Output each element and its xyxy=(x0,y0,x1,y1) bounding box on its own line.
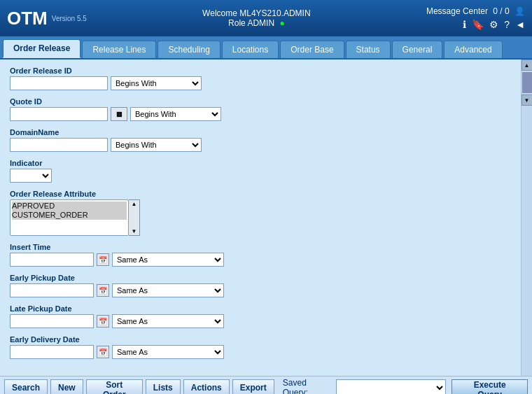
early-pickup-date-label: Early Pickup Date xyxy=(10,274,511,282)
attribute-list[interactable]: APPROVED CUSTOMER_ORDER xyxy=(10,199,129,236)
quote-id-input[interactable] xyxy=(10,107,108,121)
early-pickup-calendar-icon[interactable]: 📅 xyxy=(97,284,109,297)
quote-id-group: Quote ID ▦ Begins With Ends With Contain… xyxy=(10,97,511,121)
back-icon[interactable]: ◄ xyxy=(515,19,525,30)
late-pickup-calendar-icon[interactable]: 📅 xyxy=(97,315,109,328)
order-release-id-row: Begins With Ends With Contains Equals xyxy=(10,76,511,90)
tab-release-lines[interactable]: Release Lines xyxy=(82,41,156,58)
saved-query-select[interactable] xyxy=(336,379,446,395)
settings-icon[interactable]: ⚙ xyxy=(489,19,498,30)
app-version: Version 5.5 xyxy=(52,15,87,22)
quote-id-row: ▦ Begins With Ends With Contains Equals xyxy=(10,107,511,121)
search-button[interactable]: Search xyxy=(4,379,48,395)
order-release-id-operator[interactable]: Begins With Ends With Contains Equals xyxy=(111,76,202,90)
quote-id-label: Quote ID xyxy=(10,97,511,106)
tab-scheduling[interactable]: Scheduling xyxy=(158,41,220,58)
footer: Search New Sort Order Lists Actions Expo… xyxy=(0,376,532,394)
bookmark-icon[interactable]: 🔖 xyxy=(472,19,484,30)
order-release-attribute-group: Order Release Attribute APPROVED CUSTOME… xyxy=(10,190,511,236)
tab-bar: Order Release Release Lines Scheduling L… xyxy=(0,36,532,59)
sort-order-button[interactable]: Sort Order xyxy=(86,379,143,395)
header-icons: ℹ 🔖 ⚙ ? ◄ xyxy=(463,19,525,30)
message-center-icon[interactable]: 👤 xyxy=(514,6,525,16)
tab-advanced[interactable]: Advanced xyxy=(444,41,502,58)
attr-option-approved[interactable]: APPROVED xyxy=(12,202,127,211)
header: OTM Version 5.5 Welcome ML4YS210.ADMIN R… xyxy=(0,0,532,36)
early-pickup-date-operator[interactable]: Same As Before After Between xyxy=(112,283,224,297)
order-release-id-input[interactable] xyxy=(10,76,108,90)
early-delivery-date-operator[interactable]: Same As Before After Between xyxy=(112,345,224,359)
domain-name-label: DomainName xyxy=(10,128,511,136)
header-left: OTM Version 5.5 xyxy=(7,8,87,29)
tab-status[interactable]: Status xyxy=(346,41,391,58)
attr-option-customer-order[interactable]: CUSTOMER_ORDER xyxy=(12,211,127,220)
indicator-select[interactable]: Y N xyxy=(10,169,52,183)
early-pickup-date-row: 📅 Same As Before After Between xyxy=(10,283,511,297)
role-text: Role ADMIN ● xyxy=(202,18,311,28)
attr-scroll-up-icon[interactable]: ▲ xyxy=(131,200,138,208)
early-delivery-date-label: Early Delivery Date xyxy=(10,335,511,344)
scroll-down-button[interactable]: ▼ xyxy=(522,94,533,106)
attr-scroll-down-icon[interactable]: ▼ xyxy=(131,227,138,235)
saved-query-label: Saved Query: xyxy=(283,378,333,395)
indicator-label: Indicator xyxy=(10,159,511,167)
actions-button[interactable]: Actions xyxy=(183,379,230,395)
vertical-scrollbar[interactable]: ▲ ▼ xyxy=(521,59,532,376)
scroll-up-button[interactable]: ▲ xyxy=(522,59,533,71)
insert-time-group: Insert Time 📅 Same As Before After Betwe… xyxy=(10,243,511,267)
domain-name-operator[interactable]: Begins With Ends With Contains Equals xyxy=(111,138,202,152)
help-icon[interactable]: ? xyxy=(504,19,510,30)
message-center: Message Center 0 / 0 👤 xyxy=(426,6,525,16)
attribute-list-container: APPROVED CUSTOMER_ORDER ▲ ▼ xyxy=(10,199,511,236)
insert-time-calendar-icon[interactable]: 📅 xyxy=(97,253,109,266)
lookup-icon[interactable]: ▦ xyxy=(111,107,127,121)
app-logo: OTM xyxy=(7,8,48,29)
insert-time-input[interactable] xyxy=(10,253,94,267)
early-pickup-date-input[interactable] xyxy=(10,283,94,297)
insert-time-operator[interactable]: Same As Before After Between xyxy=(112,253,224,267)
tab-general[interactable]: General xyxy=(392,41,443,58)
header-right: Message Center 0 / 0 👤 ℹ 🔖 ⚙ ? ◄ xyxy=(426,6,525,30)
tab-order-base[interactable]: Order Base xyxy=(280,41,344,58)
late-pickup-date-operator[interactable]: Same As Before After Between xyxy=(112,314,224,328)
attribute-scroll[interactable]: ▲ ▼ xyxy=(129,199,140,236)
early-delivery-date-row: 📅 Same As Before After Between xyxy=(10,345,511,359)
execute-query-button[interactable]: Execute Query xyxy=(451,379,528,395)
quote-id-operator[interactable]: Begins With Ends With Contains Equals xyxy=(130,107,221,121)
tab-order-release[interactable]: Order Release xyxy=(3,39,80,58)
info-icon[interactable]: ℹ xyxy=(463,19,466,30)
early-delivery-date-group: Early Delivery Date 📅 Same As Before Aft… xyxy=(10,335,511,359)
lists-button[interactable]: Lists xyxy=(146,379,181,395)
new-button[interactable]: New xyxy=(50,379,83,395)
welcome-text: Welcome ML4YS210.ADMIN xyxy=(202,8,311,18)
order-release-id-group: Order Release ID Begins With Ends With C… xyxy=(10,66,511,90)
main-content: Order Release ID Begins With Ends With C… xyxy=(0,59,532,376)
order-release-id-label: Order Release ID xyxy=(10,66,511,75)
late-pickup-date-row: 📅 Same As Before After Between xyxy=(10,314,511,328)
insert-time-label: Insert Time xyxy=(10,243,511,251)
late-pickup-date-group: Late Pickup Date 📅 Same As Before After … xyxy=(10,304,511,328)
header-center: Welcome ML4YS210.ADMIN Role ADMIN ● xyxy=(202,8,311,28)
domain-name-row: Begins With Ends With Contains Equals xyxy=(10,138,511,152)
form-area: Order Release ID Begins With Ends With C… xyxy=(0,59,521,376)
indicator-group: Indicator Y N xyxy=(10,159,511,183)
indicator-row: Y N xyxy=(10,169,511,183)
tab-locations[interactable]: Locations xyxy=(222,41,279,58)
export-button[interactable]: Export xyxy=(232,379,274,395)
scroll-thumb[interactable] xyxy=(522,72,532,93)
order-release-attribute-label: Order Release Attribute xyxy=(10,190,511,198)
early-delivery-date-input[interactable] xyxy=(10,345,94,359)
early-pickup-date-group: Early Pickup Date 📅 Same As Before After… xyxy=(10,274,511,297)
domain-name-group: DomainName Begins With Ends With Contain… xyxy=(10,128,511,152)
early-delivery-calendar-icon[interactable]: 📅 xyxy=(97,346,109,358)
domain-name-input[interactable] xyxy=(10,138,108,152)
insert-time-row: 📅 Same As Before After Between xyxy=(10,253,511,267)
late-pickup-date-label: Late Pickup Date xyxy=(10,304,511,313)
late-pickup-date-input[interactable] xyxy=(10,314,94,328)
